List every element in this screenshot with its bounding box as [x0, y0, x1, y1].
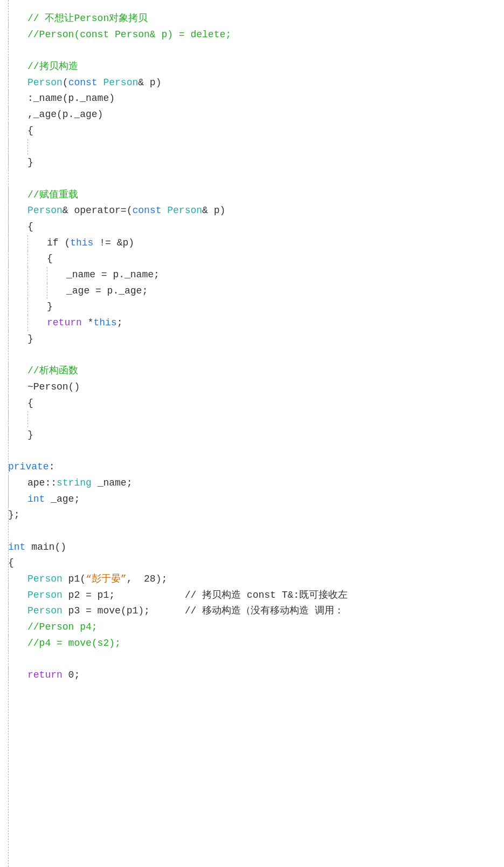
indent-guide	[8, 139, 27, 155]
code-line: int _age;	[8, 491, 496, 508]
line-content: {	[27, 219, 33, 235]
line-content: ape::string _name;	[27, 475, 132, 491]
line-content: }	[47, 299, 53, 315]
line-content: return 0;	[27, 667, 80, 684]
indent-guide	[8, 27, 27, 43]
token: p3 = move(p1); // 移动构造（没有移动构造 调用：	[63, 605, 344, 616]
line-content: if (this != &p)	[47, 235, 134, 251]
code-line: //析构函数	[8, 363, 496, 379]
line-content: //析构函数	[27, 363, 78, 379]
token: {	[27, 398, 33, 408]
token: private	[8, 461, 49, 472]
line-content: int main()	[8, 540, 66, 556]
line-content: ~Person()	[27, 379, 80, 395]
token: if	[47, 237, 59, 248]
code-line	[8, 652, 496, 668]
indent-guide	[8, 123, 27, 139]
code-line: {	[8, 123, 496, 139]
indent-guide	[27, 411, 47, 427]
line-content: int _age;	[27, 491, 80, 508]
code-line: Person p1(“彭于晏”, 28);	[8, 571, 496, 588]
token	[161, 205, 167, 216]
line-content	[8, 523, 14, 540]
indent-guide	[8, 636, 27, 652]
indent-guide	[8, 155, 27, 171]
line-content: return *this;	[47, 315, 122, 331]
token: }	[27, 157, 33, 168]
line-content	[8, 171, 14, 187]
indent-guide	[8, 379, 27, 395]
line-content: Person& operator=(const Person& p)	[27, 203, 225, 219]
indent-guide	[8, 187, 27, 203]
code-line: ape::string _name;	[8, 475, 496, 491]
line-content: {	[8, 555, 14, 571]
code-line: //赋值重载	[8, 187, 496, 203]
token: & p)	[138, 77, 161, 88]
line-content: //Person p4;	[27, 619, 98, 636]
line-content: _name = p._name;	[66, 267, 160, 283]
indent-guide	[8, 363, 27, 379]
code-line	[8, 523, 496, 540]
code-line: int main()	[8, 540, 496, 556]
line-content: // 不想让Person对象拷贝	[27, 11, 148, 27]
code-editor: // 不想让Person对象拷贝 //Person(const Person& …	[0, 0, 504, 867]
token: //拷贝构造	[27, 61, 78, 72]
token: 0;	[63, 670, 80, 680]
line-content: //p4 = move(s2);	[27, 636, 121, 652]
indent-guide	[8, 475, 27, 491]
code-line: {	[8, 219, 496, 235]
indent-guide	[47, 267, 66, 283]
line-content: _age = p._age;	[66, 283, 148, 299]
code-line	[8, 43, 496, 59]
indent-guide	[8, 315, 27, 331]
token: ~Person()	[27, 381, 80, 392]
code-line: Person p3 = move(p1); // 移动构造（没有移动构造 调用：	[8, 603, 496, 619]
line-content: Person p3 = move(p1); // 移动构造（没有移动构造 调用：	[27, 603, 344, 619]
indent-guide	[8, 603, 27, 619]
code-line: Person p2 = p1; // 拷贝构造 const T&:既可接收左	[8, 588, 496, 604]
token: //p4 = move(s2);	[27, 638, 121, 648]
line-content	[47, 411, 53, 427]
token: main()	[25, 542, 66, 552]
indent-guide	[8, 11, 27, 27]
line-content: };	[8, 507, 20, 523]
indent-guide	[8, 619, 27, 636]
token: //Person(const Person& p) = delete;	[27, 29, 231, 40]
indent-guide	[8, 203, 27, 219]
code-line	[8, 139, 496, 155]
token: (	[59, 237, 71, 248]
token: Person	[167, 205, 202, 216]
code-line	[8, 443, 496, 460]
token: p1(	[63, 574, 86, 584]
token: & p)	[202, 205, 225, 216]
indent-guide	[8, 588, 27, 604]
token: Person	[27, 605, 63, 616]
line-content: }	[27, 427, 33, 443]
code-line: }	[8, 427, 496, 443]
token: }	[27, 429, 33, 440]
line-content: :_name(p._name)	[27, 91, 115, 107]
indent-guide	[27, 283, 47, 299]
token: _name = p._name;	[66, 269, 160, 280]
indent-guide	[27, 235, 47, 251]
code-line: :_name(p._name)	[8, 91, 496, 107]
indent-guide	[8, 267, 27, 283]
code-display: // 不想让Person对象拷贝//Person(const Person& p…	[0, 5, 504, 689]
code-line: // 不想让Person对象拷贝	[8, 11, 496, 27]
code-line	[8, 347, 496, 363]
token: {	[27, 221, 33, 232]
line-content	[47, 139, 53, 155]
indent-guide	[8, 219, 27, 235]
line-content: }	[27, 331, 33, 347]
token: *	[82, 317, 94, 328]
code-line: if (this != &p)	[8, 235, 496, 251]
code-line: //p4 = move(s2);	[8, 636, 496, 652]
code-line: {	[8, 395, 496, 412]
token: }	[47, 301, 53, 312]
code-line: _age = p._age;	[8, 283, 496, 299]
indent-guide	[8, 411, 27, 427]
indent-guide	[8, 491, 27, 508]
token: };	[8, 509, 20, 520]
code-line: {	[8, 555, 496, 571]
token: Person	[103, 77, 138, 88]
